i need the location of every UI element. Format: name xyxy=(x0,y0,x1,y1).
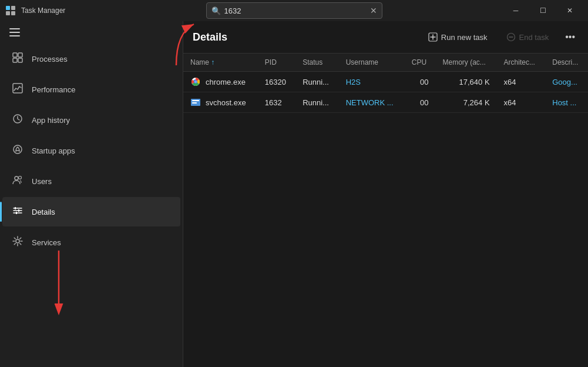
search-clear-button[interactable]: ✕ xyxy=(370,6,377,15)
maximize-button[interactable]: ☐ xyxy=(529,0,556,21)
svg-rect-9 xyxy=(13,84,22,93)
column-header-memory[interactable]: Memory (ac... xyxy=(436,54,497,72)
column-header-arch[interactable]: Architec... xyxy=(497,54,546,72)
column-header-username[interactable]: Username xyxy=(339,54,405,72)
content-title: Details xyxy=(193,31,415,44)
more-options-button[interactable]: ••• xyxy=(562,28,579,46)
close-button[interactable]: ✕ xyxy=(556,0,583,21)
cell-username: H2S xyxy=(339,72,405,92)
hamburger-button[interactable] xyxy=(0,21,183,44)
svg-rect-3 xyxy=(11,11,15,15)
sidebar-item-app-history-label: App history xyxy=(32,116,70,125)
sidebar-item-performance[interactable]: Performance xyxy=(2,75,180,104)
cell-cpu: 00 xyxy=(405,72,436,92)
cell-arch: x64 xyxy=(497,92,546,113)
column-header-descri[interactable]: Descri... xyxy=(545,54,588,72)
svg-rect-2 xyxy=(6,11,10,15)
sidebar-item-details[interactable]: Details xyxy=(2,197,180,226)
details-table-container: Name PID Status Username CPU xyxy=(183,54,588,367)
svg-rect-5 xyxy=(13,53,17,57)
cell-descri: Goog... xyxy=(545,72,588,92)
table-header-row: Name PID Status Username CPU xyxy=(183,54,588,72)
title-bar: Task Manager 🔍 ✕ ─ ☐ ✕ xyxy=(0,0,588,21)
run-new-task-label: Run new task xyxy=(441,33,488,42)
svg-rect-0 xyxy=(6,6,10,10)
sidebar-item-services-label: Services xyxy=(32,238,61,247)
details-table: Name PID Status Username CPU xyxy=(183,54,588,113)
column-header-status[interactable]: Status xyxy=(295,54,339,72)
cell-status: Runni... xyxy=(295,72,339,92)
svg-rect-6 xyxy=(18,53,22,57)
svg-point-21 xyxy=(16,239,19,243)
cell-name: svchost.exe xyxy=(183,92,258,113)
sidebar-item-startup-apps[interactable]: Startup apps xyxy=(2,136,180,165)
end-task-label: End task xyxy=(519,33,549,42)
app-icon xyxy=(5,5,16,16)
svg-rect-8 xyxy=(18,58,22,62)
svg-point-14 xyxy=(19,176,22,179)
main-layout: Processes Performance App history xyxy=(0,21,588,367)
cell-name-text: svchost.exe xyxy=(206,98,246,107)
users-icon xyxy=(12,175,23,188)
startup-apps-icon xyxy=(12,144,23,157)
cell-name-text: chrome.exe xyxy=(206,78,246,86)
sidebar-item-performance-label: Performance xyxy=(32,85,75,94)
minimize-button[interactable]: ─ xyxy=(502,0,529,21)
table-row[interactable]: svchost.exe1632Runni...NETWORK ...007,26… xyxy=(183,92,588,113)
cell-descri: Host ... xyxy=(545,92,588,113)
end-task-icon xyxy=(506,32,516,42)
processes-icon xyxy=(12,52,23,65)
run-task-icon xyxy=(428,32,438,42)
svg-point-13 xyxy=(15,176,18,180)
cell-pid: 16320 xyxy=(258,72,295,92)
window-controls: ─ ☐ ✕ xyxy=(502,0,583,21)
content-area: Details Run new task End task ••• xyxy=(183,21,588,367)
sidebar-item-users[interactable]: Users xyxy=(2,166,180,196)
details-icon xyxy=(12,205,23,218)
cell-memory: 17,640 K xyxy=(436,72,497,92)
chrome-icon xyxy=(190,76,201,87)
search-input[interactable] xyxy=(224,6,367,15)
svg-rect-7 xyxy=(13,58,17,62)
cell-username: NETWORK ... xyxy=(339,92,405,113)
svg-rect-1 xyxy=(11,6,15,10)
svg-rect-18 xyxy=(15,207,16,209)
search-bar: 🔍 ✕ xyxy=(206,2,382,19)
svg-point-11 xyxy=(14,145,22,154)
hamburger-icon xyxy=(9,28,20,36)
column-header-cpu[interactable]: CPU xyxy=(405,54,436,72)
services-icon xyxy=(12,236,23,249)
cell-status: Runni... xyxy=(295,92,339,113)
cell-arch: x64 xyxy=(497,72,546,92)
details-arrow-annotation xyxy=(47,251,70,315)
svg-point-32 xyxy=(194,81,197,83)
sidebar: Processes Performance App history xyxy=(0,21,183,367)
end-task-button[interactable]: End task xyxy=(500,29,555,45)
content-header: Details Run new task End task ••• xyxy=(183,21,588,54)
column-header-name[interactable]: Name xyxy=(183,54,258,72)
table-row[interactable]: chrome.exe16320Runni...H2S0017,640 Kx64G… xyxy=(183,72,588,92)
sidebar-item-processes[interactable]: Processes xyxy=(2,44,180,74)
column-header-pid[interactable]: PID xyxy=(258,54,295,72)
sidebar-item-services[interactable]: Services xyxy=(2,228,180,257)
svg-rect-19 xyxy=(18,209,19,212)
svchost-icon xyxy=(190,97,201,108)
cell-memory: 7,264 K xyxy=(436,92,497,113)
sidebar-item-startup-apps-label: Startup apps xyxy=(32,146,75,155)
svg-rect-34 xyxy=(192,100,199,101)
performance-icon xyxy=(12,83,23,96)
sidebar-item-processes-label: Processes xyxy=(32,55,68,64)
app-history-icon xyxy=(12,114,23,126)
search-icon: 🔍 xyxy=(211,6,221,15)
svg-rect-35 xyxy=(192,102,197,104)
cell-pid: 1632 xyxy=(258,92,295,113)
cell-cpu: 00 xyxy=(405,92,436,113)
svg-rect-20 xyxy=(16,212,17,214)
sidebar-item-users-label: Users xyxy=(32,177,52,186)
cell-name: chrome.exe xyxy=(183,72,258,92)
sidebar-item-app-history[interactable]: App history xyxy=(2,105,180,135)
run-new-task-button[interactable]: Run new task xyxy=(422,29,493,45)
sidebar-item-details-label: Details xyxy=(32,208,55,216)
